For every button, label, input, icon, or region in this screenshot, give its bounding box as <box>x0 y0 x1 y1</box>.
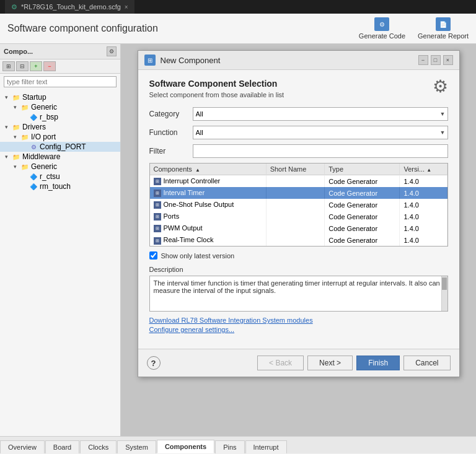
tree-arrow: ▾ <box>14 134 20 140</box>
col-type[interactable]: Type <box>325 164 400 175</box>
bottom-tab-system[interactable]: System <box>117 440 156 453</box>
tree-item-middleware[interactable]: ▾📁Middleware <box>0 152 120 162</box>
description-box: The interval timer function is timer tha… <box>149 276 448 312</box>
tree-item-startup[interactable]: ▾📁Startup <box>0 92 120 102</box>
modal-footer-buttons: < Back Next > Finish Cancel <box>257 356 450 370</box>
modal-dialog: ⊞ New Component − □ × Software Component… <box>138 50 460 377</box>
tree-arrow: ▾ <box>14 164 20 170</box>
bottom-tab-clocks[interactable]: Clocks <box>80 440 117 453</box>
link-area: Download RL78 Software Integration Syste… <box>149 316 448 333</box>
function-select-wrap: All ▼ <box>193 126 448 139</box>
help-button[interactable]: ? <box>147 356 161 370</box>
bottom-tab-overview[interactable]: Overview <box>0 440 45 453</box>
table-row[interactable]: ⊞Ports Code Generator 1.4.0 <box>150 211 447 222</box>
sidebar-remove-btn[interactable]: − <box>43 61 56 71</box>
tab-close-icon[interactable]: × <box>125 4 128 11</box>
chip-icon: ⚙ <box>29 142 38 151</box>
title-bar-tab[interactable]: ⚙ *RL78G16_Touch_kit_demo.scfg × <box>5 0 134 14</box>
sidebar-collapse-btn[interactable]: ⊞ <box>2 61 15 71</box>
sidebar-add-btn[interactable]: + <box>30 61 42 71</box>
bottom-tab-interrupt[interactable]: Interrupt <box>245 440 287 453</box>
modal-minimize-button[interactable]: − <box>418 55 428 65</box>
tree-item-r_bsp[interactable]: 🔷r_bsp <box>0 112 120 122</box>
bottom-tab-board[interactable]: Board <box>45 440 79 453</box>
finish-button[interactable]: Finish <box>356 356 400 370</box>
tree-item-ioport[interactable]: ▾📁I/O port <box>0 132 120 142</box>
filter-row: Filter <box>149 144 448 158</box>
tree-item-label: r_bsp <box>40 113 58 121</box>
function-select[interactable]: All <box>193 126 448 139</box>
show-latest-checkbox[interactable] <box>149 251 157 260</box>
sidebar-icon-btn-1[interactable]: ⚙ <box>107 46 117 56</box>
filter-input[interactable] <box>193 144 448 158</box>
function-row: Function All ▼ <box>149 126 448 139</box>
cancel-button[interactable]: Cancel <box>403 356 450 370</box>
modal-window-buttons: − □ × <box>418 55 453 65</box>
cell-version: 1.4.0 <box>400 234 447 246</box>
back-button[interactable]: < Back <box>257 356 304 370</box>
bottom-tab-pins[interactable]: Pins <box>215 440 244 453</box>
download-link[interactable]: Download RL78 Software Integration Syste… <box>149 316 448 324</box>
tree-arrow: ▾ <box>5 124 11 130</box>
col-version[interactable]: Versi... ▲ <box>400 164 447 175</box>
modal-overlay: ⊞ New Component − □ × Software Component… <box>121 44 476 436</box>
folder-icon: 📁 <box>20 133 30 141</box>
show-latest-row: Show only latest version <box>149 251 448 260</box>
modal-section-sub: Select component from those available in… <box>149 91 284 98</box>
tree-item-config_port[interactable]: ⚙Config_PORT <box>0 142 120 152</box>
app-header: Software component configuration ⚙ Gener… <box>0 14 476 44</box>
generate-report-label: Generate Report <box>418 32 469 40</box>
table-row[interactable]: ⊞PWM Output Code Generator 1.4.0 <box>150 222 447 234</box>
tree-item-label: I/O port <box>31 133 56 141</box>
tree-item-label: Startup <box>22 93 46 102</box>
generate-report-button[interactable]: 📄 Generate Report <box>418 17 469 40</box>
tree-item-generic1[interactable]: ▾📁Generic <box>0 102 120 112</box>
cell-type: Code Generator <box>325 199 400 211</box>
tree-item-generic2[interactable]: ▾📁Generic <box>0 162 120 172</box>
category-select[interactable]: All <box>193 107 448 121</box>
modal-maximize-button[interactable]: □ <box>431 55 441 65</box>
generate-code-button[interactable]: ⚙ Generate Code <box>359 17 405 40</box>
next-button[interactable]: Next > <box>307 356 353 370</box>
folder-icon: 📁 <box>11 152 21 161</box>
category-select-wrap: All ▼ <box>193 107 448 121</box>
function-label: Function <box>149 128 193 137</box>
tab-icon: ⚙ <box>11 3 17 11</box>
modal-titlebar-left: ⊞ New Component <box>144 55 221 66</box>
sidebar-header: Compo... ⚙ <box>0 44 120 59</box>
sidebar-expand-btn[interactable]: ⊟ <box>16 61 29 71</box>
cell-version: 1.4.0 <box>400 187 447 199</box>
bottom-tab-components[interactable]: Components <box>157 440 214 453</box>
tree-item-label: r_ctsu <box>40 172 60 181</box>
cell-short-name <box>266 234 325 246</box>
tree-item-r_ctsu[interactable]: 🔷r_ctsu <box>0 172 120 181</box>
modal-footer: ? < Back Next > Finish Cancel <box>138 349 459 377</box>
modal-titlebar: ⊞ New Component − □ × <box>138 51 459 70</box>
table-row[interactable]: ⊞Interval Timer Code Generator 1.4.0 <box>150 187 447 199</box>
col-short-name[interactable]: Short Name <box>266 164 325 175</box>
cell-short-name <box>266 199 325 211</box>
generate-code-label: Generate Code <box>359 32 405 40</box>
col-components[interactable]: Components ▲ <box>150 164 267 175</box>
sidebar: Compo... ⚙ ⊞ ⊟ + − ▾📁Startup▾📁Generic 🔷r… <box>0 44 121 436</box>
description-label: Description <box>149 266 448 273</box>
tree-item-rm_touch[interactable]: 🔷rm_touch <box>0 181 120 191</box>
cell-version: 1.4.0 <box>400 211 447 222</box>
table-row[interactable]: ⊞Real-Time Clock Code Generator 1.4.0 <box>150 234 447 246</box>
table-row[interactable]: ⊞One-Shot Pulse Output Code Generator 1.… <box>150 199 447 211</box>
tree-area: ▾📁Startup▾📁Generic 🔷r_bsp▾📁Drivers▾📁I/O … <box>0 90 120 436</box>
configure-link[interactable]: Configure general settings... <box>149 326 448 333</box>
sidebar-filter-input[interactable] <box>4 76 117 87</box>
modal-body: Software Component Selection Select comp… <box>138 70 459 344</box>
tree-item-label: rm_touch <box>40 182 71 191</box>
cell-type: Code Generator <box>325 187 400 199</box>
cell-version: 1.4.0 <box>400 222 447 234</box>
modal-close-button[interactable]: × <box>443 55 453 65</box>
folder-icon: 📁 <box>11 123 21 131</box>
tree-item-label: Config_PORT <box>40 142 86 151</box>
component-grid-icon: ⊞ <box>154 213 161 220</box>
table-row[interactable]: ⊞Interrupt Controller Code Generator 1.4… <box>150 175 447 188</box>
toolbar: ⚙ Generate Code 📄 Generate Report <box>359 17 469 40</box>
tree-item-drivers[interactable]: ▾📁Drivers <box>0 122 120 132</box>
cell-type: Code Generator <box>325 211 400 222</box>
